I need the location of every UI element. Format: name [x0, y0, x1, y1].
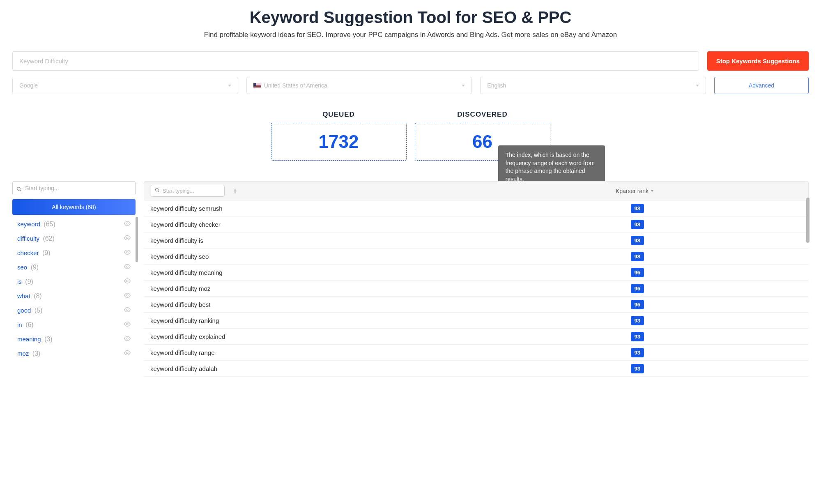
queued-stat: QUEUED 1732	[271, 110, 407, 161]
sidebar-item-term: keyword	[17, 221, 40, 228]
sidebar-item-term: seo	[17, 264, 27, 271]
sort-icon[interactable]: ▲▼	[233, 188, 237, 194]
eye-icon[interactable]	[124, 249, 131, 257]
eye-icon[interactable]	[124, 235, 131, 242]
rank-badge: 98	[631, 204, 644, 213]
sidebar-item[interactable]: is (9)	[12, 274, 136, 289]
eye-icon[interactable]	[124, 306, 131, 314]
svg-point-5	[126, 266, 128, 267]
eye-icon[interactable]	[124, 335, 131, 343]
chevron-down-icon	[651, 190, 654, 192]
sidebar-item-term: is	[17, 278, 22, 285]
sidebar-item-count: (9)	[25, 278, 33, 285]
sidebar-search-input[interactable]	[12, 181, 136, 195]
result-keyword: keyword difficulty checker	[150, 221, 221, 228]
svg-point-9	[126, 323, 128, 325]
result-row[interactable]: keyword difficulty ranking93	[144, 313, 809, 329]
scrollbar[interactable]	[136, 217, 138, 262]
result-row[interactable]: keyword difficulty best96	[144, 297, 809, 313]
rank-badge: 98	[631, 236, 644, 245]
result-keyword: keyword difficulty best	[150, 301, 210, 308]
sidebar-item[interactable]: difficulty (62)	[12, 231, 136, 246]
result-keyword: keyword difficulty seo	[150, 253, 209, 260]
sidebar-item[interactable]: in (6)	[12, 318, 136, 332]
rank-header-label: Kparser rank	[616, 188, 649, 194]
stop-suggestions-button[interactable]: Stop Keywords Suggestions	[707, 51, 809, 71]
engine-select[interactable]: Google	[12, 77, 238, 94]
result-keyword: keyword difficulty is	[150, 237, 203, 244]
result-keyword: keyword difficulty explained	[150, 333, 225, 340]
keyword-input[interactable]	[12, 51, 699, 71]
rank-badge: 98	[631, 220, 644, 229]
sidebar-item[interactable]: what (8)	[12, 289, 136, 303]
search-icon	[155, 187, 160, 193]
rank-badge: 98	[631, 252, 644, 261]
result-row[interactable]: keyword difficulty explained93	[144, 329, 809, 345]
country-select[interactable]: United States of America	[246, 77, 472, 94]
svg-point-11	[126, 352, 128, 354]
result-row[interactable]: keyword difficulty checker98	[144, 216, 809, 232]
rank-badge: 93	[631, 364, 644, 373]
result-row[interactable]: keyword difficulty seo98	[144, 249, 809, 265]
result-row[interactable]: keyword difficulty adalah93	[144, 361, 809, 377]
sidebar-item[interactable]: checker (9)	[12, 246, 136, 260]
sidebar-item-term: what	[17, 292, 30, 299]
result-keyword: keyword difficulty ranking	[150, 317, 219, 324]
results-panel: ▲▼ Kparser rank keyword difficulty semru…	[144, 181, 809, 377]
svg-point-8	[126, 309, 128, 311]
sidebar-item-term: good	[17, 307, 31, 314]
sidebar-item-count: (3)	[32, 350, 41, 357]
result-row[interactable]: keyword difficulty range93	[144, 345, 809, 361]
rank-badge: 96	[631, 268, 644, 277]
results-search-input[interactable]	[151, 185, 225, 197]
all-keywords-button[interactable]: All keywords (68)	[12, 199, 136, 215]
result-row[interactable]: keyword difficulty meaning96	[144, 265, 809, 281]
discovered-label: DISCOVERED	[415, 110, 550, 119]
language-select-value: English	[487, 82, 696, 89]
queued-value: 1732	[304, 131, 373, 152]
sidebar: All keywords (68) keyword (65)difficulty…	[12, 181, 136, 377]
sidebar-item[interactable]: seo (9)	[12, 260, 136, 274]
rank-badge: 93	[631, 316, 644, 325]
result-keyword: keyword difficulty moz	[150, 285, 210, 292]
sidebar-item-count: (8)	[34, 292, 42, 299]
chevron-down-icon	[696, 85, 699, 87]
svg-line-1	[20, 190, 21, 191]
sidebar-item[interactable]: moz (3)	[12, 346, 136, 361]
result-row[interactable]: keyword difficulty moz96	[144, 281, 809, 297]
result-keyword: keyword difficulty meaning	[150, 269, 223, 276]
sidebar-item-term: in	[17, 321, 22, 328]
result-row[interactable]: keyword difficulty semrush98	[144, 200, 809, 216]
svg-point-10	[126, 338, 128, 339]
sidebar-item-count: (65)	[44, 221, 55, 228]
chevron-down-icon	[462, 85, 465, 87]
eye-icon[interactable]	[124, 292, 131, 300]
svg-point-0	[17, 187, 21, 191]
eye-icon[interactable]	[124, 321, 131, 329]
sidebar-item-term: meaning	[17, 336, 41, 343]
sidebar-item[interactable]: good (5)	[12, 303, 136, 318]
advanced-button[interactable]: Advanced	[714, 77, 809, 94]
sidebar-item-term: checker	[17, 249, 39, 256]
result-keyword: keyword difficulty adalah	[150, 365, 217, 372]
result-row[interactable]: keyword difficulty is98	[144, 232, 809, 249]
svg-point-2	[126, 223, 128, 224]
sidebar-item[interactable]: meaning (3)	[12, 332, 136, 346]
language-select[interactable]: English	[480, 77, 706, 94]
sidebar-item-term: moz	[17, 350, 29, 357]
eye-icon[interactable]	[124, 350, 131, 357]
svg-line-13	[158, 191, 159, 192]
sidebar-item[interactable]: keyword (65)	[12, 217, 136, 231]
scrollbar[interactable]	[806, 198, 810, 243]
sidebar-item-term: difficulty	[17, 235, 39, 242]
eye-icon[interactable]	[124, 263, 131, 271]
eye-icon[interactable]	[124, 220, 131, 228]
queued-label: QUEUED	[271, 110, 407, 119]
country-select-value: United States of America	[264, 82, 327, 89]
rank-badge: 93	[631, 348, 644, 357]
rank-badge: 96	[631, 300, 644, 309]
sidebar-item-count: (62)	[43, 235, 54, 242]
sidebar-item-count: (9)	[31, 264, 39, 271]
rank-column-header[interactable]: Kparser rank	[616, 188, 654, 194]
eye-icon[interactable]	[124, 278, 131, 285]
